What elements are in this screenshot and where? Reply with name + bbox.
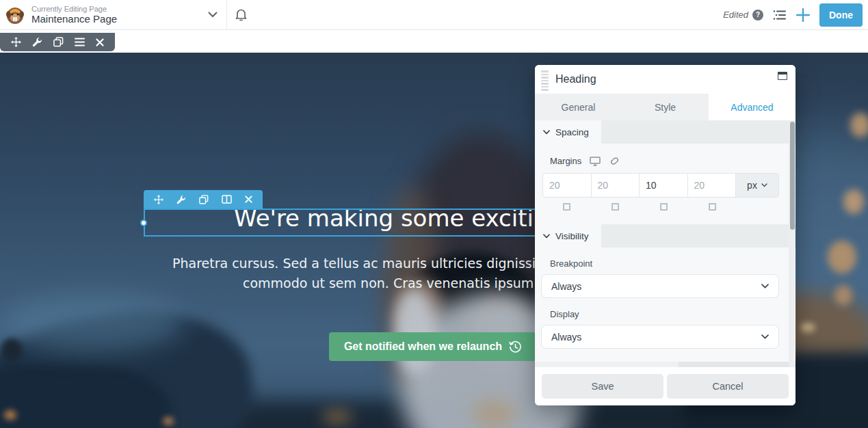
outline-icon [773, 10, 787, 21]
row-duplicate-button[interactable] [53, 37, 64, 47]
module-move-button[interactable] [154, 195, 163, 204]
chevron-down-icon [208, 12, 218, 18]
top-bar-left: Currently Editing Page Maintenance Page [0, 0, 254, 29]
builder-window: Currently Editing Page Maintenance Page … [0, 0, 868, 428]
spacing-section-header: Spacing [535, 120, 795, 144]
edited-label: Edited [723, 10, 748, 20]
margin-right-input[interactable] [592, 174, 640, 197]
wrench-icon [32, 37, 42, 47]
link-values-icon[interactable] [609, 157, 620, 165]
move-icon [154, 195, 163, 204]
expand-window-icon[interactable] [778, 72, 787, 80]
chevron-down-icon [761, 334, 769, 339]
margin-top-responsive-checkbox[interactable] [563, 203, 570, 211]
top-bar-right: Edited ? Done [723, 3, 868, 27]
row-settings-button[interactable] [32, 37, 42, 47]
tab-style[interactable]: Style [622, 94, 709, 120]
save-button[interactable]: Save [542, 374, 663, 399]
duplicate-icon [53, 37, 64, 47]
edited-status: Edited ? [723, 10, 763, 21]
breakpoint-label: Breakpoint [550, 258, 795, 269]
visibility-section-header: Visibility [535, 224, 795, 248]
cancel-button[interactable]: Cancel [667, 374, 789, 399]
cta-label: Get notified when we relaunch [344, 340, 502, 353]
page-title-block: Currently Editing Page Maintenance Page [31, 5, 117, 25]
move-icon [11, 37, 21, 47]
margin-responsive-row [542, 203, 779, 211]
tab-general[interactable]: General [535, 94, 622, 120]
margin-inputs-group: px [542, 173, 779, 198]
visibility-section-label: Visibility [555, 231, 589, 241]
selection-drag-handle[interactable] [140, 219, 147, 226]
panel-title: Heading [555, 73, 596, 85]
margin-bottom-input[interactable] [640, 174, 687, 197]
display-select[interactable]: Always [541, 325, 779, 349]
page-switcher-chevron[interactable] [199, 0, 226, 30]
module-delete-button[interactable] [245, 196, 252, 203]
visibility-section-toggle[interactable]: Visibility [535, 224, 601, 248]
add-content-button[interactable] [796, 8, 810, 22]
tab-advanced[interactable]: Advanced [709, 94, 795, 120]
chevron-down-icon [543, 234, 550, 239]
margin-bottom-responsive-checkbox[interactable] [660, 203, 668, 211]
panel-scrollbar-thumb[interactable] [790, 122, 795, 230]
hero-paragraph-line1[interactable]: Pharetra cursus. Sed a tellus ac mauris … [172, 256, 560, 271]
breakpoint-select[interactable]: Always [541, 274, 779, 298]
page-title: Maintenance Page [31, 13, 117, 25]
module-toolbar [144, 190, 263, 209]
breakpoint-value: Always [551, 281, 581, 292]
plus-icon [796, 8, 810, 22]
notifications-button[interactable] [227, 0, 254, 30]
bell-icon [235, 8, 247, 21]
chevron-down-icon [761, 183, 767, 187]
spacing-section-toggle[interactable]: Spacing [535, 120, 601, 144]
row-move-button[interactable] [11, 37, 21, 47]
duplicate-icon [199, 195, 209, 204]
beaver-builder-logo[interactable] [5, 5, 25, 25]
outline-panel-button[interactable] [773, 10, 787, 21]
context-label: Currently Editing Page [31, 5, 117, 14]
display-value: Always [551, 332, 581, 343]
wrench-icon [176, 195, 186, 204]
panel-footer: Save Cancel [535, 367, 795, 405]
responsive-monitor-icon[interactable] [590, 157, 601, 166]
done-button[interactable]: Done [819, 3, 863, 27]
margins-label-row: Margins [550, 156, 795, 166]
top-bar: Currently Editing Page Maintenance Page … [0, 0, 868, 30]
module-settings-button[interactable] [176, 195, 186, 204]
row-menu-button[interactable] [75, 38, 85, 46]
spacing-section-label: Spacing [555, 127, 589, 137]
canvas-top-strip [0, 30, 868, 53]
heading-settings-panel: Heading General Style Advanced Spacing M… [535, 65, 795, 405]
module-duplicate-button[interactable] [199, 195, 209, 204]
history-clock-icon [509, 340, 522, 353]
row-toolbar [0, 33, 115, 51]
next-section-partial [535, 362, 795, 367]
display-label: Display [550, 309, 795, 319]
close-icon [96, 38, 104, 46]
close-icon [245, 196, 252, 203]
relaunch-cta-button[interactable]: Get notified when we relaunch [329, 332, 537, 361]
module-columns-button[interactable] [222, 195, 232, 204]
menu-icon [75, 38, 85, 46]
chevron-down-icon [761, 284, 769, 289]
panel-tabs: General Style Advanced [535, 94, 795, 120]
help-icon[interactable]: ? [752, 10, 763, 21]
margin-top-input[interactable] [543, 174, 591, 197]
hero-paragraph-line2[interactable]: commodo ut sem non. Cras venenatis ipsum… [243, 276, 557, 291]
panel-header[interactable]: Heading [535, 65, 795, 94]
margin-right-responsive-checkbox[interactable] [611, 203, 619, 211]
margin-unit-value: px [747, 180, 757, 191]
margin-unit-select[interactable]: px [736, 174, 778, 197]
panel-body: Spacing Margins px [535, 120, 795, 367]
margin-left-responsive-checkbox[interactable] [709, 203, 716, 211]
row-delete-button[interactable] [96, 38, 104, 46]
chevron-down-icon [543, 130, 550, 135]
margin-left-input[interactable] [688, 174, 736, 197]
panel-drag-grip-icon[interactable] [541, 70, 549, 91]
columns-icon [222, 195, 232, 204]
margins-label: Margins [550, 156, 581, 166]
